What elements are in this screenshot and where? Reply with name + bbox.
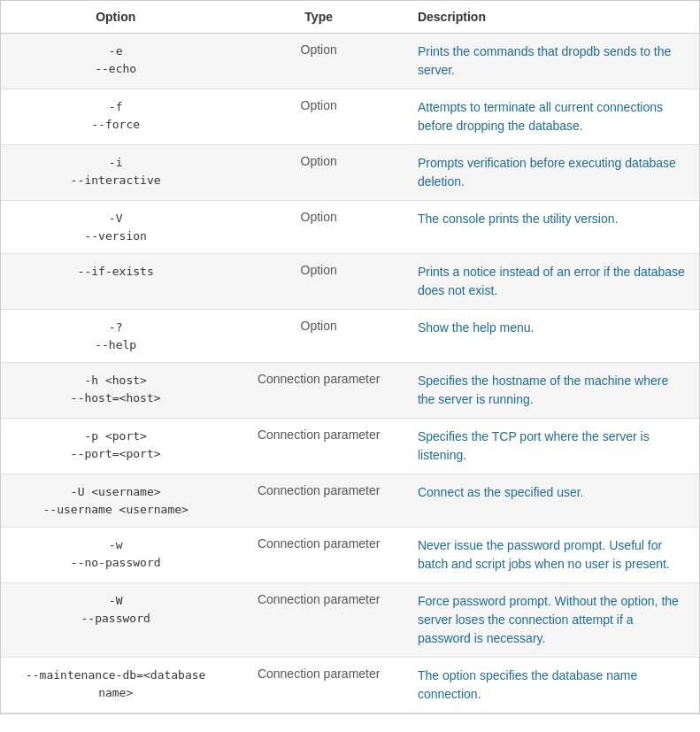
cell-option: -w--no-password xyxy=(1,528,230,583)
option-code-text: -f xyxy=(12,98,219,116)
description-text: Connect as the specified user. xyxy=(418,485,584,499)
description-text: Attempts to terminate all current connec… xyxy=(418,100,663,133)
table-row: -p <port>--port=<port>Connection paramet… xyxy=(1,419,699,474)
table-header-row: Option Type Description xyxy=(1,1,699,34)
table-row: -w--no-passwordConnection parameterNever… xyxy=(1,528,699,583)
option-code-text: --host=<host> xyxy=(12,389,219,407)
cell-option: --maintenance-db=<database name> xyxy=(1,658,230,713)
header-type: Type xyxy=(230,1,407,34)
description-text: The option specifies the database name c… xyxy=(418,668,637,701)
cell-option: --if-exists xyxy=(1,254,230,310)
header-description: Description xyxy=(407,1,699,34)
type-text: Connection parameter xyxy=(258,667,381,681)
cell-description: The option specifies the database name c… xyxy=(407,658,699,713)
cell-type: Option xyxy=(230,310,407,363)
table-row: -?--helpOptionShow the help menu. xyxy=(1,310,699,363)
cell-description: The console prints the utility version. xyxy=(407,201,699,254)
option-code-text: --no-password xyxy=(12,554,219,572)
cell-option: -e--echo xyxy=(1,34,230,89)
option-code-text: -p <port> xyxy=(12,428,219,445)
table-row: --maintenance-db=<database name>Connecti… xyxy=(1,658,699,713)
description-text: Never issue the password prompt. Useful … xyxy=(418,538,670,571)
cell-option: -U <username>--username <username> xyxy=(1,474,230,528)
cell-option: -i--interactive xyxy=(1,145,230,201)
table-row: -h <host>--host=<host>Connection paramet… xyxy=(1,363,699,419)
type-text: Option xyxy=(301,319,337,333)
cell-option: -?--help xyxy=(1,310,230,363)
option-code-text: --if-exists xyxy=(12,263,219,281)
cell-type: Option xyxy=(230,34,407,89)
main-table-container: Option Type Description -e--echoOptionPr… xyxy=(0,0,700,714)
table-row: -W--passwordConnection parameterForce pa… xyxy=(1,583,699,658)
cell-description: Prompts verification before executing da… xyxy=(407,145,699,201)
cell-description: Connect as the specified user. xyxy=(407,474,699,528)
type-text: Connection parameter xyxy=(258,483,381,497)
cell-type: Connection parameter xyxy=(230,419,407,474)
description-text: Prints a notice instead of an error if t… xyxy=(418,265,685,297)
type-text: Option xyxy=(301,154,337,168)
cell-type: Option xyxy=(230,145,407,201)
cell-description: Attempts to terminate all current connec… xyxy=(407,89,699,145)
table-row: -U <username>--username <username>Connec… xyxy=(1,474,699,528)
description-text: Prompts verification before executing da… xyxy=(418,156,676,189)
option-code-text: -U <username> xyxy=(12,483,219,501)
cell-type: Option xyxy=(230,254,407,310)
cell-option: -V--version xyxy=(1,201,230,254)
cell-description: Show the help menu. xyxy=(407,310,699,363)
option-code-text: --version xyxy=(12,227,219,245)
option-code-text: --password xyxy=(12,610,219,628)
description-text: Specifies the hostname of the machine wh… xyxy=(418,374,668,406)
option-code-text: -w xyxy=(12,536,219,554)
table-row: -i--interactiveOptionPrompts verificatio… xyxy=(1,145,699,201)
type-text: Connection parameter xyxy=(258,372,381,386)
cell-option: -h <host>--host=<host> xyxy=(1,363,230,419)
description-text: The console prints the utility version. xyxy=(418,212,618,226)
cell-type: Connection parameter xyxy=(230,474,407,528)
option-code-text: -e xyxy=(12,42,219,60)
cell-type: Connection parameter xyxy=(230,363,407,419)
table-row: -e--echoOptionPrints the commands that d… xyxy=(1,34,699,89)
table-body: -e--echoOptionPrints the commands that d… xyxy=(1,34,699,713)
option-code-text: -W xyxy=(12,592,219,610)
cell-type: Connection parameter xyxy=(230,658,407,713)
option-code-text: -V xyxy=(12,210,219,227)
cell-description: Specifies the TCP port where the server … xyxy=(407,419,699,474)
description-text: Prints the commands that dropdb sends to… xyxy=(418,44,671,77)
option-code-text: -i xyxy=(12,154,219,172)
option-code-text: -? xyxy=(12,319,219,336)
cell-option: -p <port>--port=<port> xyxy=(1,419,230,474)
description-text: Show the help menu. xyxy=(418,320,535,335)
table-row: --if-existsOptionPrints a notice instead… xyxy=(1,254,699,310)
type-text: Option xyxy=(301,263,337,277)
cell-type: Option xyxy=(230,89,407,145)
header-option: Option xyxy=(1,1,230,34)
type-text: Option xyxy=(301,42,337,57)
cell-description: Force password prompt. Without the optio… xyxy=(407,583,699,658)
options-table: Option Type Description -e--echoOptionPr… xyxy=(1,1,699,713)
option-code-text: --interactive xyxy=(12,172,219,189)
type-text: Connection parameter xyxy=(258,536,381,551)
cell-type: Connection parameter xyxy=(230,583,407,658)
cell-description: Prints a notice instead of an error if t… xyxy=(407,254,699,310)
type-text: Connection parameter xyxy=(258,428,381,442)
table-row: -f--forceOptionAttempts to terminate all… xyxy=(1,89,699,145)
type-text: Option xyxy=(301,210,337,224)
cell-description: Specifies the hostname of the machine wh… xyxy=(407,363,699,419)
option-code-text: --force xyxy=(12,116,219,134)
cell-type: Connection parameter xyxy=(230,528,407,583)
cell-option: -f--force xyxy=(1,89,230,145)
description-text: Specifies the TCP port where the server … xyxy=(418,429,650,462)
option-code-text: --help xyxy=(12,336,219,354)
option-code-text: --username <username> xyxy=(12,501,219,519)
type-text: Connection parameter xyxy=(258,592,381,606)
cell-type: Option xyxy=(230,201,407,254)
option-code-text: -h <host> xyxy=(12,372,219,389)
option-code-text: --port=<port> xyxy=(12,445,219,463)
option-code-text: --echo xyxy=(12,60,219,78)
type-text: Option xyxy=(301,98,337,112)
option-code-text: --maintenance-db=<database name> xyxy=(12,667,219,701)
table-row: -V--versionOptionThe console prints the … xyxy=(1,201,699,254)
cell-option: -W--password xyxy=(1,583,230,658)
cell-description: Prints the commands that dropdb sends to… xyxy=(407,34,699,89)
description-text: Force password prompt. Without the optio… xyxy=(418,594,679,645)
